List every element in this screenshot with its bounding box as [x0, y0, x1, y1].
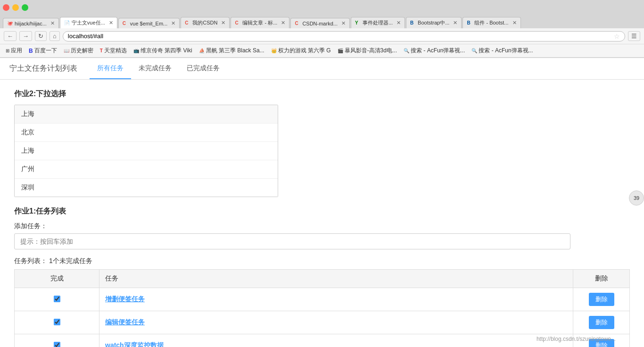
acfun1-icon: 🔍	[404, 48, 409, 53]
table-row: 编辑便签任务 删除	[15, 311, 630, 334]
home-button[interactable]: ⌂	[50, 31, 60, 41]
dropdown-item-0[interactable]: 上海	[15, 105, 278, 124]
browser-tab-2[interactable]: 📄 宁土文vue任... ✕	[60, 17, 117, 28]
bookmark-acfun1[interactable]: 🔍 搜索 - AcFun弹幕视...	[402, 46, 467, 55]
browser-tab-7[interactable]: Y 事件处理器... ✕	[351, 17, 405, 28]
menu-button[interactable]: ☰	[628, 31, 640, 41]
tab-label-8: Bootstrap中...	[418, 19, 449, 26]
acfun2-icon: 🔍	[471, 48, 477, 53]
page-content: 宁土文任务计划列表 所有任务 未完成任务 已完成任务 作业2:下拉选择 上海 北…	[0, 58, 644, 347]
browser-tab-6[interactable]: C CSDN-markd... ✕	[290, 18, 350, 28]
tab-close-3[interactable]: ✕	[171, 20, 175, 26]
section1-title: 作业2:下拉选择	[14, 89, 630, 99]
tab-all-tasks[interactable]: 所有任务	[90, 58, 131, 79]
task-count-value: 1个未完成任务	[49, 257, 92, 264]
delete-button-1[interactable]: 删除	[589, 316, 614, 329]
star-icon[interactable]: ☆	[614, 33, 620, 40]
bookmark-history-label: 历史解密	[71, 47, 93, 55]
dropdown-item-3[interactable]: 广州	[15, 160, 278, 179]
browser-tab-4[interactable]: C 我的CSDN ✕	[181, 17, 230, 28]
task-input[interactable]	[14, 233, 570, 249]
bookmark-viki-label: 维京传奇 第四季 Viki	[140, 47, 192, 55]
minimize-window-button[interactable]	[12, 4, 19, 11]
tab-favicon-1: 🐙	[7, 21, 13, 26]
tab-close-5[interactable]: ✕	[281, 20, 285, 26]
task-done-cell-1	[15, 311, 99, 334]
refresh-button[interactable]: ↻	[35, 31, 47, 41]
delete-button-0[interactable]: 删除	[589, 293, 614, 306]
tab-complete-tasks[interactable]: 已完成任务	[179, 58, 227, 79]
task-checkbox-2[interactable]	[54, 342, 60, 347]
close-window-button[interactable]	[3, 4, 9, 11]
task-count: 任务列表： 1个未完成任务	[14, 257, 630, 265]
bookmark-baidu[interactable]: B 百度一下	[27, 46, 59, 55]
browser-tab-3[interactable]: C vue $emit_Em... ✕	[118, 18, 180, 28]
tab-favicon-2: 📄	[64, 20, 70, 26]
address-bar[interactable]: ☆	[63, 31, 625, 41]
tab-close-8[interactable]: ✕	[453, 20, 457, 26]
task-table-head: 完成 任务 删除	[15, 270, 630, 288]
tab-close-1[interactable]: ✕	[50, 20, 55, 26]
browser-tab-8[interactable]: B Bootstrap中... ✕	[406, 17, 462, 28]
tab-close-6[interactable]: ✕	[341, 20, 346, 26]
tab-label-7: 事件处理器...	[363, 19, 393, 26]
bookmark-apps[interactable]: ⊞ 应用	[4, 46, 24, 55]
bookmark-viki[interactable]: 📺 维京传奇 第四季 Viki	[132, 46, 194, 55]
dropdown-item-1[interactable]: 北京	[15, 124, 278, 142]
tab-favicon-7: Y	[355, 20, 361, 26]
task-count-label: 任务列表：	[14, 257, 47, 264]
apps-icon: ⊞	[6, 48, 9, 53]
bookmarks-bar: ⊞ 应用 B 百度一下 📖 历史解密 T 天堂精选 📺 维京传奇 第四季 Vik…	[0, 44, 644, 58]
dropdown-list[interactable]: 上海 北京 上海 广州 深圳	[14, 105, 278, 197]
tab-incomplete-tasks[interactable]: 未完成任务	[131, 58, 179, 79]
address-input[interactable]	[68, 33, 612, 40]
nav-bar: ← → ↻ ⌂ ☆ ☰	[0, 28, 644, 44]
bookmark-apps-label: 应用	[11, 47, 22, 55]
browser-tab-1[interactable]: 🐙 hiijack/hiijac... ✕	[3, 18, 59, 28]
task-name-cell-0: 增删便签任务	[99, 288, 573, 311]
task-delete-cell-0: 删除	[573, 288, 630, 311]
bookmark-acfun1-label: 搜索 - AcFun弹幕视...	[411, 47, 465, 55]
watermark: http://blog.csdn.t/szuningtowe...	[537, 336, 616, 342]
task-name-1: 编辑便签任务	[105, 318, 145, 326]
task-checkbox-1[interactable]	[54, 319, 60, 325]
bookmark-baofeng[interactable]: 🎬 暴风影音-高清3d电...	[336, 46, 399, 55]
title-bar	[0, 0, 644, 15]
tab-close-7[interactable]: ✕	[396, 20, 401, 26]
task-name-cell-2: watch深度监控数据	[99, 334, 573, 347]
history-icon: 📖	[64, 48, 69, 53]
baidu-icon: B	[29, 48, 33, 54]
bookmark-baidu-label: 百度一下	[34, 47, 57, 55]
browser-chrome: 🐙 hiijack/hiijac... ✕ 📄 宁土文vue任... ✕ C v…	[0, 0, 644, 58]
back-button[interactable]: ←	[4, 31, 17, 41]
tab-label-6: CSDN-markd...	[302, 21, 338, 26]
tab-close-4[interactable]: ✕	[221, 20, 225, 26]
browser-tab-5[interactable]: C 编辑文章 - 标... ✕	[231, 17, 289, 28]
browser-tab-9[interactable]: B 组件 - Bootst... ✕	[462, 17, 520, 28]
forward-button[interactable]: →	[19, 31, 32, 41]
scroll-indicator[interactable]: 39	[629, 190, 644, 206]
col-header-task: 任务	[99, 270, 573, 288]
task-done-cell-0	[15, 288, 99, 311]
bookmark-history[interactable]: 📖 历史解密	[62, 46, 95, 55]
tab-label-4: 我的CSDN	[192, 19, 217, 26]
dropdown-item-2[interactable]: 上海	[15, 142, 278, 160]
tabs-bar: 🐙 hiijack/hiijac... ✕ 📄 宁土文vue任... ✕ C v…	[0, 15, 644, 28]
tab-close-9[interactable]: ✕	[512, 20, 517, 26]
baofeng-icon: 🎬	[338, 48, 343, 53]
tianting-icon: T	[100, 48, 103, 53]
maximize-window-button[interactable]	[22, 4, 28, 11]
tab-label-5: 编辑文章 - 标...	[242, 19, 277, 26]
bookmark-blacksails[interactable]: ⛵ 黑帆 第三季 Black Sa...	[197, 46, 266, 55]
table-row: 增删便签任务 删除	[15, 288, 630, 311]
dropdown-item-4[interactable]: 深圳	[15, 179, 278, 197]
window-controls	[3, 4, 28, 11]
viki-icon: 📺	[133, 48, 139, 53]
tab-label-2: 宁土文vue任...	[72, 19, 105, 26]
tab-close-2[interactable]: ✕	[109, 20, 113, 26]
bookmark-got[interactable]: 👑 权力的游戏 第六季 G	[269, 46, 333, 55]
bookmark-baofeng-label: 暴风影音-高清3d电...	[345, 47, 397, 55]
bookmark-acfun2[interactable]: 🔍 搜索 - AcFun弹幕视...	[470, 46, 535, 55]
bookmark-tianting[interactable]: T 天堂精选	[98, 46, 129, 55]
task-checkbox-0[interactable]	[54, 296, 60, 302]
